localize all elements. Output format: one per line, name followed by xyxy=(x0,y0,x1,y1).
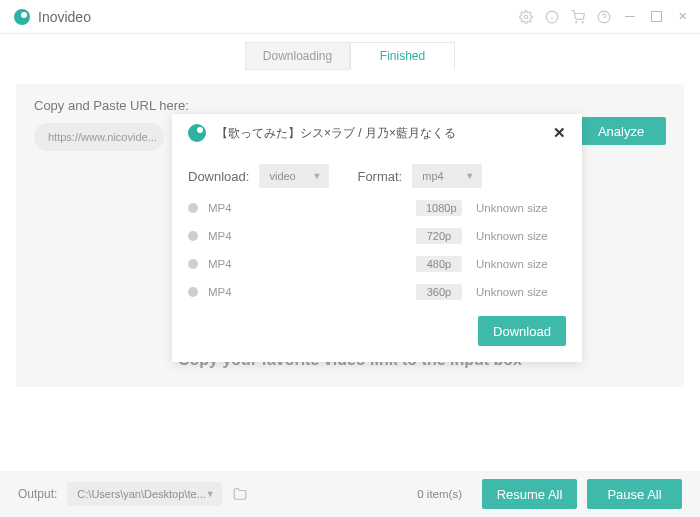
minimize-icon[interactable] xyxy=(622,9,638,25)
format-value: mp4 xyxy=(422,170,443,182)
close-icon[interactable] xyxy=(674,9,690,25)
tab-finished[interactable]: Finished xyxy=(350,42,455,70)
popup-close-icon[interactable]: ✕ xyxy=(553,124,566,142)
codec-label: MP4 xyxy=(208,202,232,214)
format-row[interactable]: MP4 720p Unknown size xyxy=(188,228,566,244)
cart-icon[interactable] xyxy=(570,9,586,25)
url-input-text: https://www.nicovide... xyxy=(48,131,157,143)
format-select[interactable]: mp4 ▼ xyxy=(412,164,482,188)
format-row[interactable]: MP4 1080p Unknown size xyxy=(188,200,566,216)
open-folder-icon[interactable] xyxy=(232,487,248,501)
size-label: Unknown size xyxy=(476,258,566,270)
video-source-icon xyxy=(188,124,206,142)
resume-all-button[interactable]: Resume All xyxy=(482,479,577,509)
radio-icon[interactable] xyxy=(188,259,198,269)
size-label: Unknown size xyxy=(476,286,566,298)
format-label: Format: xyxy=(357,169,402,184)
codec-label: MP4 xyxy=(208,258,232,270)
item-count: 0 item(s) xyxy=(417,488,462,500)
output-path-select[interactable]: C:\Users\yan\Desktop\te... ▼ xyxy=(67,482,222,506)
chevron-down-icon: ▼ xyxy=(465,171,474,181)
app-name: Inovideo xyxy=(38,9,91,25)
popup-header: 【歌ってみた】シス×ラブ / 月乃×藍月なくる ✕ xyxy=(188,124,566,150)
app-logo-icon xyxy=(14,9,30,25)
analyze-button[interactable]: Analyze xyxy=(576,117,666,145)
codec-label: MP4 xyxy=(208,286,232,298)
title-bar: Inovideo xyxy=(0,0,700,34)
format-row[interactable]: MP4 360p Unknown size xyxy=(188,284,566,300)
tab-downloading[interactable]: Downloading xyxy=(245,42,350,70)
chevron-down-icon: ▼ xyxy=(206,489,215,499)
svg-point-0 xyxy=(524,15,528,19)
format-popup: 【歌ってみた】シス×ラブ / 月乃×藍月なくる ✕ Download: vide… xyxy=(172,114,582,362)
maximize-icon[interactable] xyxy=(648,9,664,25)
download-button[interactable]: Download xyxy=(478,316,566,346)
output-label: Output: xyxy=(18,487,57,501)
svg-point-5 xyxy=(582,21,583,22)
download-type-label: Download: xyxy=(188,169,249,184)
main-tabs: Downloading Finished xyxy=(0,42,700,70)
radio-icon[interactable] xyxy=(188,231,198,241)
download-type-select[interactable]: video ▼ xyxy=(259,164,329,188)
url-section: Copy and Paste URL here: https://www.nic… xyxy=(16,84,684,387)
chevron-down-icon: ▼ xyxy=(313,171,322,181)
help-icon[interactable] xyxy=(596,9,612,25)
popup-controls: Download: video ▼ Format: mp4 ▼ xyxy=(188,164,566,188)
pause-all-button[interactable]: Pause All xyxy=(587,479,682,509)
footer-bar: Output: C:\Users\yan\Desktop\te... ▼ 0 i… xyxy=(0,471,700,517)
output-path-text: C:\Users\yan\Desktop\te... xyxy=(77,488,205,500)
codec-label: MP4 xyxy=(208,230,232,242)
info-icon[interactable] xyxy=(544,9,560,25)
resolution-badge: 360p xyxy=(416,284,462,300)
size-label: Unknown size xyxy=(476,230,566,242)
settings-icon[interactable] xyxy=(518,9,534,25)
resolution-badge: 480p xyxy=(416,256,462,272)
resolution-badge: 720p xyxy=(416,228,462,244)
download-type-value: video xyxy=(269,170,295,182)
radio-icon[interactable] xyxy=(188,287,198,297)
url-input[interactable]: https://www.nicovide... xyxy=(34,123,164,151)
title-icons xyxy=(518,9,690,25)
format-list: MP4 1080p Unknown size MP4 720p Unknown … xyxy=(188,200,566,300)
size-label: Unknown size xyxy=(476,202,566,214)
resolution-badge: 1080p xyxy=(416,200,462,216)
svg-point-4 xyxy=(576,21,577,22)
video-title: 【歌ってみた】シス×ラブ / 月乃×藍月なくる xyxy=(216,125,456,142)
radio-icon[interactable] xyxy=(188,203,198,213)
format-row[interactable]: MP4 480p Unknown size xyxy=(188,256,566,272)
url-label: Copy and Paste URL here: xyxy=(34,98,666,113)
